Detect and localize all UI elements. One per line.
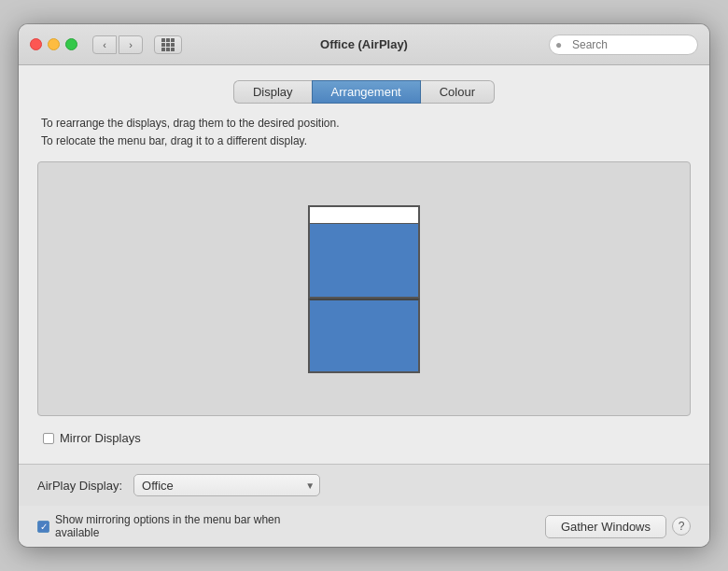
description-line2: To relocate the menu bar, drag it to a d… [41, 132, 691, 150]
airplay-display-label: AirPlay Display: [37, 479, 122, 493]
titlebar: ‹ › Office (AirPlay) ● [19, 24, 709, 65]
tab-arrangement[interactable]: Arrangement [312, 80, 421, 104]
gather-windows-button[interactable]: Gather Windows [545, 515, 666, 538]
description-text: To rearrange the displays, drag them to … [37, 115, 691, 150]
window-title: Office (AirPlay) [320, 37, 408, 51]
back-button[interactable]: ‹ [92, 35, 117, 54]
traffic-lights [30, 38, 77, 50]
help-button[interactable]: ? [672, 517, 691, 536]
airplay-display-select[interactable]: Off Office [133, 474, 320, 496]
maximize-button[interactable] [65, 38, 77, 50]
mirror-displays-checkbox[interactable] [43, 433, 54, 444]
content-area: Display Arrangement Colour To rearrange … [19, 65, 709, 464]
airplay-display-bar: AirPlay Display: Off Office ▼ [19, 464, 709, 506]
monitor-lower-display [308, 299, 420, 373]
mirror-displays-label: Mirror Displays [60, 431, 141, 445]
search-input[interactable] [549, 35, 698, 55]
main-window: ‹ › Office (AirPlay) ● Display Arrangeme… [19, 24, 709, 547]
mirroring-options-label: Show mirroring options in the menu bar w… [55, 513, 294, 539]
display-arrangement-area [37, 161, 691, 416]
description-line1: To rearrange the displays, drag them to … [41, 115, 691, 132]
airplay-select-wrapper: Off Office ▼ [133, 474, 320, 496]
monitor-upper-display [308, 224, 420, 299]
tab-colour[interactable]: Colour [421, 80, 495, 104]
monitor-menu-bar [308, 205, 420, 224]
mirroring-options-row: ✓ Show mirroring options in the menu bar… [19, 506, 709, 547]
close-button[interactable] [30, 38, 42, 50]
mirror-displays-row: Mirror Displays [37, 427, 691, 449]
grid-icon [161, 38, 175, 51]
minimize-button[interactable] [48, 38, 60, 50]
tab-bar: Display Arrangement Colour [37, 80, 691, 104]
mirroring-checkbox[interactable]: ✓ [37, 521, 49, 533]
display-mockup [308, 205, 420, 373]
forward-button[interactable]: › [119, 35, 143, 54]
search-box: ● [549, 35, 698, 55]
tab-display[interactable]: Display [233, 80, 312, 104]
nav-buttons: ‹ › [92, 35, 143, 54]
grid-button[interactable] [154, 35, 182, 54]
